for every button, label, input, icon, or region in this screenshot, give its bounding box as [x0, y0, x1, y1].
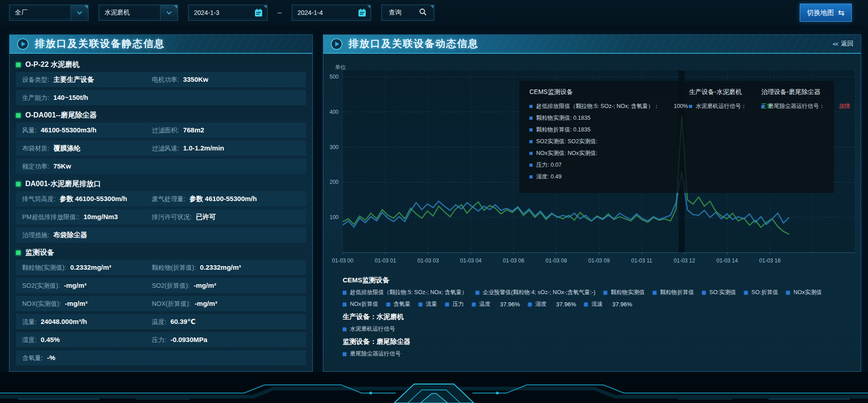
- info-row: 风量:46100-55300m3/h过滤面积:768m2: [16, 122, 306, 138]
- info-cell: PM超低排排放限值::10mg/Nm3: [22, 213, 152, 221]
- field-value: 覆膜涤纶: [53, 144, 80, 153]
- calendar-icon[interactable]: [358, 8, 367, 17]
- section-title: DA001-水泥磨尾排放口: [25, 179, 101, 189]
- chevron-down-icon[interactable]: [71, 5, 88, 20]
- info-cell: 过滤面积:768m2: [152, 126, 204, 135]
- legend-item[interactable]: 压力: [445, 300, 464, 308]
- svg-text:200: 200: [330, 179, 339, 185]
- legend-row: 磨尾除尘器运行信号: [343, 350, 861, 358]
- end-date-value: 2024-1-4: [297, 9, 323, 16]
- info-cell: 设备类型:主要生产设备: [22, 75, 152, 84]
- tooltip-item-label: 磨尾除尘器运行信号：: [768, 103, 825, 110]
- plant-select[interactable]: 全厂: [9, 5, 89, 21]
- section-header: O-P-22 水泥磨机: [16, 57, 306, 72]
- tooltip-column: CEMS监测设备超低排放限值（颗拉物:5: SOz-; NOx; 含氧量）：10…: [529, 88, 685, 186]
- legend-marker-icon: [419, 303, 422, 306]
- section-bullet-icon: [16, 182, 21, 187]
- calendar-icon[interactable]: [254, 8, 263, 17]
- info-cell: 治理措施:布袋除尘器: [22, 231, 152, 239]
- section-header: DA001-水泥磨尾排放口: [16, 177, 306, 191]
- tooltip-column-header: CEMS监测设备: [529, 88, 685, 96]
- field-value: 0.45%: [41, 336, 60, 343]
- date-range-separator: –: [278, 9, 282, 17]
- info-cell: 生产能力:140~150t/h: [22, 94, 152, 102]
- legend-item[interactable]: 流量: [419, 300, 437, 308]
- info-cell: 含氧量:-%: [22, 354, 152, 362]
- svg-text:100: 100: [330, 214, 339, 220]
- info-row: 含氧量:-%: [16, 350, 306, 366]
- legend-item[interactable]: SO:折算值: [744, 289, 778, 296]
- back-button[interactable]: << 返回: [833, 40, 854, 48]
- info-row: NOX(实测值):-mg/m³NOX(折算值):-mg/m³: [16, 296, 306, 311]
- tooltip-column-header: 生产设备-水泥磨机: [689, 88, 758, 96]
- bottom-hud-decoration: [0, 372, 868, 403]
- info-row: 布袋材质:覆膜涤纶过滤风速:1.0-1.2m/min: [16, 141, 306, 156]
- device-select[interactable]: 水泥磨机: [99, 5, 178, 21]
- field-label: 废气处理量:: [152, 195, 185, 203]
- info-row: 设备类型:主要生产设备电机功率:3350Kw: [16, 72, 306, 87]
- trend-chart[interactable]: 单位 10020030040050001-03 0001-03 0101-03 …: [323, 54, 861, 272]
- tooltip-item-label: 颗粒物折算值: 0.1835: [536, 126, 590, 134]
- field-label: 设备类型:: [22, 76, 49, 84]
- field-value: 已许可: [196, 213, 216, 221]
- field-value: 10mg/Nm3: [84, 213, 118, 220]
- field-label: PM超低排排放限值::: [22, 213, 80, 221]
- info-cell: 排气筒高度:参数 46100-55300m/h: [22, 195, 152, 203]
- info-row: 治理措施:布袋除尘器: [16, 227, 306, 243]
- svg-text:01-03 03: 01-03 03: [417, 258, 439, 264]
- legend-item-value: 37.96%: [612, 301, 632, 308]
- info-row: 颗粒物(实测值):0.2332mg/m³颗粒物(折算值):0.2332mg/m³: [16, 260, 306, 275]
- svg-text:01-03 14: 01-03 14: [717, 258, 738, 264]
- switch-map-button[interactable]: 切换地图 ⇆: [800, 4, 852, 22]
- section-title: O-P-22 水泥磨机: [25, 60, 80, 70]
- info-cell: 湿度:0.45%: [22, 336, 152, 344]
- svg-text:01-03 09: 01-03 09: [588, 258, 610, 264]
- section-header: O-DA001--磨尾除尘器: [16, 108, 306, 122]
- info-row: SO2(实测值):-mg/m³SO2(折算值):-mg/m³: [16, 278, 306, 293]
- legend-item[interactable]: 颗粒物实测值: [604, 289, 645, 296]
- field-label: 压力:: [152, 336, 166, 344]
- plant-select-value: 全厂: [15, 9, 28, 17]
- tooltip-item: 磨尾除尘器运行信号：故障: [761, 100, 850, 112]
- field-label: 额定功率:: [22, 163, 49, 171]
- chevron-down-icon[interactable]: [160, 5, 178, 20]
- svg-text:300: 300: [330, 144, 339, 150]
- topbar: 全厂 水泥磨机 2024-1-3 – 2024-1-4 查询: [0, 0, 868, 25]
- field-value: 75Kw: [53, 162, 71, 170]
- field-value: -%: [47, 354, 55, 361]
- info-cell: NOX(折算值):-mg/m³: [152, 300, 217, 308]
- legend-item[interactable]: 磨尾除尘器运行信号: [343, 350, 401, 358]
- legend-marker-icon: [604, 291, 607, 295]
- legend-item[interactable]: 温度37.96%: [472, 300, 520, 308]
- field-value: 0.2332mg/m³: [200, 263, 241, 271]
- legend-item[interactable]: NOx折算值: [343, 300, 378, 308]
- tooltip-item-label: 水泥磨机运行信号：: [696, 103, 747, 110]
- legend-item[interactable]: NOx实测值: [786, 289, 822, 296]
- query-button[interactable]: 查询: [381, 5, 434, 21]
- tooltip-item: 湿度: 0.49: [529, 171, 685, 183]
- start-date-input[interactable]: 2024-1-3: [188, 5, 268, 21]
- info-row: 流量:24048.000m³/h温度:60.39℃: [16, 314, 306, 329]
- legend-item[interactable]: 湿度37.96%: [528, 300, 576, 308]
- legend-item[interactable]: 流速37.96%: [584, 300, 632, 308]
- field-value: 60.39℃: [170, 318, 196, 326]
- legend-item[interactable]: 含氧量: [387, 300, 411, 308]
- legend-marker-icon: [472, 303, 476, 306]
- legend-marker-icon: [761, 105, 764, 108]
- legend-item[interactable]: 超低排放限值（颗拉物:5: SOz-; NOx; 含氧量）: [343, 289, 467, 296]
- tooltip-item: 颗粒物实测值: 0.1835: [529, 112, 685, 124]
- field-value: 3350Kw: [183, 75, 208, 83]
- legend-item[interactable]: SO:实测值: [702, 289, 736, 296]
- info-cell: SO2(实测值):-mg/m³: [22, 281, 152, 290]
- legend-item[interactable]: 水泥磨机运行信号: [343, 325, 395, 333]
- legend-item[interactable]: 企业预警值(颗粒物:4; sOz-; NOx-;含氧气量:-): [476, 289, 595, 296]
- legend-item-label: 流速: [591, 300, 603, 308]
- field-label: NOX(实测值):: [22, 300, 61, 308]
- field-label: 风量:: [22, 127, 37, 135]
- legend-item-label: 水泥磨机运行信号: [350, 325, 395, 333]
- legend-marker-icon: [476, 291, 479, 295]
- end-date-input[interactable]: 2024-1-4: [292, 5, 371, 21]
- info-cell: 流量:24048.000m³/h: [22, 318, 152, 326]
- field-label: 布袋材质:: [22, 145, 49, 153]
- legend-item[interactable]: 颗粒物折算值: [653, 289, 694, 296]
